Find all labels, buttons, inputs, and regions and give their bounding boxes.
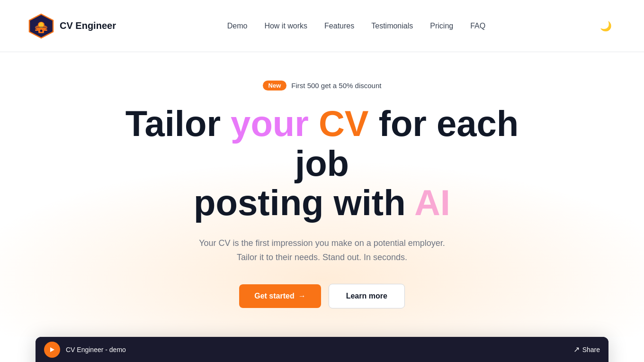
play-triangle-icon: [49, 346, 55, 353]
nav-pricing[interactable]: Pricing: [430, 22, 453, 30]
heading-cv: CV: [319, 103, 369, 144]
video-bar: CV Engineer - demo ↗ Share: [36, 337, 608, 362]
hero-subtext-line2: Tailor it to their needs. Stand out. In …: [237, 253, 407, 262]
share-label: Share: [582, 346, 600, 353]
navbar: CV Engineer Demo How it works Features T…: [0, 0, 644, 52]
heading-your: your: [231, 103, 309, 144]
hero-heading: Tailor your CV for each jobposting with …: [109, 104, 535, 223]
video-container: CV Engineer - demo ↗ Share localhost: [36, 337, 608, 362]
video-play-icon: [44, 342, 60, 358]
heading-tailor: Tailor: [125, 103, 231, 144]
hero-cta-buttons: Get started → Learn more: [239, 284, 405, 308]
get-started-label: Get started: [254, 292, 294, 300]
brand-name: CV Engineer: [60, 20, 116, 31]
nav-brand: CV Engineer: [28, 13, 116, 39]
badge-message: First 500 get a 50% discount: [291, 81, 381, 90]
promo-badge: New First 500 get a 50% discount: [263, 81, 382, 90]
heading-ai: AI: [414, 182, 450, 223]
nav-faq[interactable]: FAQ: [470, 22, 485, 30]
arrow-right-icon: →: [298, 292, 306, 300]
cv-engineer-logo: [28, 13, 54, 39]
svg-rect-5: [44, 29, 47, 31]
moon-icon: 🌙: [600, 20, 612, 32]
badge-new-label: New: [263, 81, 287, 90]
svg-marker-9: [50, 347, 54, 352]
nav-right: 🌙: [597, 17, 616, 36]
nav-features[interactable]: Features: [324, 22, 354, 30]
share-icon: ↗: [573, 345, 580, 354]
nav-links: Demo How it works Features Testimonials …: [227, 22, 485, 30]
nav-testimonials[interactable]: Testimonials: [371, 22, 413, 30]
svg-rect-8: [35, 27, 47, 28]
nav-demo[interactable]: Demo: [227, 22, 248, 30]
video-bar-left: CV Engineer - demo: [44, 342, 126, 358]
video-title: CV Engineer - demo: [66, 346, 126, 353]
svg-rect-4: [35, 29, 39, 31]
video-section: CV Engineer - demo ↗ Share localhost: [0, 337, 644, 362]
hero-subtext: Your CV is the first impression you make…: [199, 236, 445, 265]
get-started-button[interactable]: Get started →: [239, 284, 321, 308]
hero-subtext-line1: Your CV is the first impression you make…: [199, 238, 445, 248]
heading-space: [309, 103, 319, 144]
dark-mode-toggle[interactable]: 🌙: [597, 17, 616, 36]
nav-how-it-works[interactable]: How it works: [264, 22, 307, 30]
learn-more-button[interactable]: Learn more: [329, 284, 405, 308]
hero-section: New First 500 get a 50% discount Tailor …: [0, 52, 644, 337]
video-share-button[interactable]: ↗ Share: [573, 345, 600, 354]
svg-point-6: [40, 29, 43, 32]
